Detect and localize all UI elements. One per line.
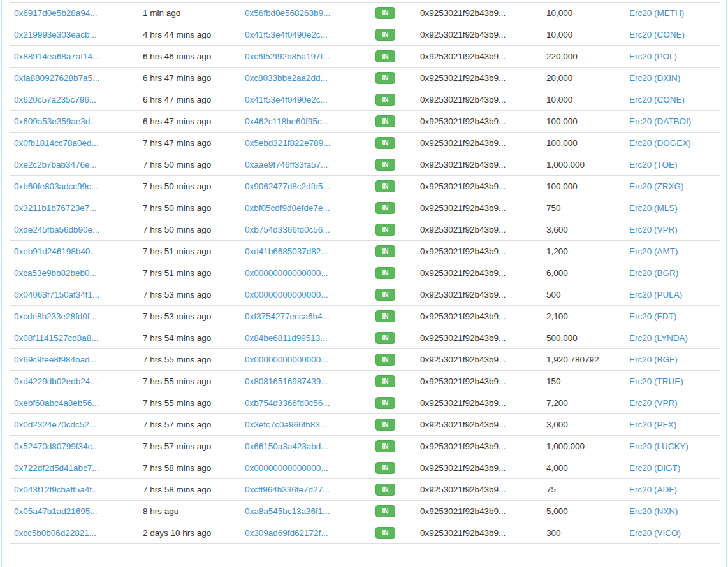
tx-hash-link[interactable]: 0xfa880927628b7a5... (14, 73, 99, 83)
token-link[interactable]: Erc20 (DIGT) (629, 463, 680, 473)
age-text: 7 hrs 50 mins ago (138, 154, 240, 176)
token-link[interactable]: Erc20 (TRUE) (629, 377, 683, 386)
tx-hash-link[interactable]: 0xcde8b233e28fd0f... (14, 312, 97, 321)
value-text: 4,000 (542, 457, 625, 479)
tx-hash-cell: 0xca53e9bb82beb0... (10, 262, 138, 284)
from-address-link[interactable]: 0x9062477d8c2dfb5... (245, 182, 330, 191)
from-address-link[interactable]: 0xc6f52f92b85a197f... (245, 52, 330, 61)
from-address-link[interactable]: 0x00000000000000... (245, 268, 328, 278)
from-address-link[interactable]: 0x5ebd321f822e789... (245, 138, 330, 148)
token-link[interactable]: Erc20 (DXIN) (629, 73, 680, 83)
from-address-link[interactable]: 0x3efc7c0a966fb83... (245, 420, 327, 429)
from-address-link[interactable]: 0x56fbd0e568263b9... (245, 8, 330, 18)
from-address-link[interactable]: 0x462c118be60f95c... (245, 117, 329, 126)
token-link[interactable]: Erc20 (METH) (629, 8, 684, 18)
from-address-cell: 0xf3754277ecca6b4... (240, 306, 367, 327)
from-address-link[interactable]: 0x00000000000000... (245, 290, 328, 299)
tx-hash-link[interactable]: 0xcc5b0b06d22821... (14, 528, 96, 538)
tx-hash-cell: 0x620c57a235c796... (10, 89, 138, 111)
token-link[interactable]: Erc20 (NXN) (629, 506, 678, 516)
tx-hash-link[interactable]: 0xd4229db02edb24... (14, 377, 98, 386)
tx-hash-link[interactable]: 0x52470d80799f34c... (14, 441, 99, 451)
token-link[interactable]: Erc20 (VPR) (629, 398, 678, 408)
tx-hash-link[interactable]: 0xca53e9bb82beb0... (14, 268, 97, 278)
token-link[interactable]: Erc20 (LUCKY) (629, 441, 688, 451)
tx-hash-link[interactable]: 0x04063f7150af34f1... (14, 290, 99, 299)
tx-hash-link[interactable]: 0xe2c2b7bab3476e... (14, 160, 97, 169)
token-link[interactable]: Erc20 (VICO) (629, 528, 681, 538)
direction-cell: IN (367, 111, 416, 133)
tx-hash-link[interactable]: 0xb60fe803adcc99c... (14, 182, 98, 191)
table-row: 0x69c9fee8f984bad... 7 hrs 55 mins ago 0… (10, 349, 720, 371)
from-address-link[interactable]: 0x80816516987439... (245, 377, 328, 386)
tx-hash-link[interactable]: 0xde245fba56db90e... (14, 225, 99, 234)
token-link[interactable]: Erc20 (AMT) (629, 247, 678, 256)
token-link[interactable]: Erc20 (VPR) (629, 225, 678, 234)
token-cell: Erc20 (DXIN) (625, 68, 720, 89)
direction-cell: IN (367, 241, 416, 262)
from-address-link[interactable]: 0xcff964b336fe7d27... (245, 485, 330, 494)
token-link[interactable]: Erc20 (DOGEX) (629, 138, 691, 148)
tx-hash-link[interactable]: 0x219993e303eacb... (14, 30, 97, 39)
token-link[interactable]: Erc20 (PFX) (629, 420, 676, 429)
tx-hash-link[interactable]: 0xeb91d246198b40... (14, 247, 98, 256)
from-address-link[interactable]: 0x84be6811d99513... (245, 333, 328, 343)
token-link[interactable]: Erc20 (CONE) (629, 30, 685, 39)
value-text: 300 (542, 522, 625, 544)
from-address-link[interactable]: 0x00000000000000... (245, 355, 328, 364)
direction-in-badge: IN (375, 462, 395, 474)
token-link[interactable]: Erc20 (BGF) (629, 355, 678, 364)
age-text: 7 hrs 50 mins ago (138, 197, 240, 219)
from-address-link[interactable]: 0xf3754277ecca6b4... (245, 312, 330, 321)
tx-hash-link[interactable]: 0x609a53e359ae3d... (14, 117, 98, 126)
token-link[interactable]: Erc20 (ADF) (629, 485, 677, 494)
table-row: 0x05a47b1ad21695... 8 hrs ago 0xa8a545bc… (10, 501, 720, 522)
from-address-link[interactable]: 0xbf05cdf9d0efde7e... (245, 203, 330, 213)
from-address-link[interactable]: 0x00000000000000... (245, 463, 328, 473)
value-text: 10,000 (542, 89, 625, 111)
token-link[interactable]: Erc20 (TOE) (629, 160, 678, 169)
to-address-text: 0x9253021f92b43b9... (416, 414, 542, 436)
tx-hash-link[interactable]: 0x6917d0e5b28a94... (14, 8, 98, 18)
tx-hash-link[interactable]: 0x08f1141527cd8a8... (14, 333, 99, 343)
tx-hash-link[interactable]: 0x88914ea68a7af14... (14, 52, 99, 61)
tx-hash-link[interactable]: 0xebf60abc4a8eb56... (14, 398, 99, 408)
tx-hash-link[interactable]: 0x043f12f9cbaff5a4f... (14, 485, 99, 494)
value-text: 100,000 (542, 133, 625, 154)
from-address-link[interactable]: 0xc8033bbe2aa2dd... (245, 73, 328, 83)
from-address-link[interactable]: 0x66150a3a423abd... (245, 441, 328, 451)
tx-hash-cell: 0xebf60abc4a8eb56... (10, 392, 138, 414)
from-address-link[interactable]: 0xaae9f746ff33fa57... (245, 160, 328, 169)
token-link[interactable]: Erc20 (ZRXG) (629, 182, 684, 191)
token-link[interactable]: Erc20 (MLS) (629, 203, 678, 213)
token-link[interactable]: Erc20 (LYNDA) (629, 333, 688, 343)
token-link[interactable]: Erc20 (DATBOI) (629, 117, 691, 126)
token-link[interactable]: Erc20 (POL) (629, 52, 677, 61)
direction-in-badge: IN (375, 354, 395, 366)
token-cell: Erc20 (METH) (625, 3, 720, 24)
from-address-link[interactable]: 0x41f53e4f0490e2c... (245, 30, 328, 39)
direction-cell: IN (367, 133, 416, 154)
from-address-link[interactable]: 0x309ad69fd62172f... (245, 528, 328, 538)
from-address-link[interactable]: 0xa8a545bc13a36f1... (245, 506, 330, 516)
table-row: 0xb60fe803adcc99c... 7 hrs 50 mins ago 0… (10, 176, 720, 197)
tx-hash-link[interactable]: 0x3211b1b76723e7... (14, 203, 97, 213)
token-link[interactable]: Erc20 (BGR) (629, 268, 678, 278)
direction-in-badge: IN (375, 137, 395, 149)
tx-hash-link[interactable]: 0x722df2d5d41abc7... (14, 463, 99, 473)
to-address-text: 0x9253021f92b43b9... (416, 68, 542, 89)
token-link[interactable]: Erc20 (FDT) (629, 312, 676, 321)
from-address-link[interactable]: 0x41f53e4f0490e2c... (245, 95, 328, 104)
from-address-link[interactable]: 0xb754d3366fd0c56... (245, 225, 330, 234)
age-text: 6 hrs 46 mins ago (138, 46, 240, 68)
tx-hash-link[interactable]: 0x69c9fee8f984bad... (14, 355, 97, 364)
from-address-link[interactable]: 0xb754d3366fd0c56... (245, 398, 330, 408)
token-link[interactable]: Erc20 (CONE) (629, 95, 685, 104)
tx-hash-link[interactable]: 0x0d2324e70cdc52... (14, 420, 96, 429)
tx-hash-link[interactable]: 0x0fb1814cc78a0ed... (14, 138, 99, 148)
token-cell: Erc20 (NXN) (625, 501, 720, 522)
tx-hash-link[interactable]: 0x05a47b1ad21695... (14, 506, 98, 516)
tx-hash-link[interactable]: 0x620c57a235c796... (14, 95, 96, 104)
token-link[interactable]: Erc20 (PULA) (629, 290, 682, 299)
from-address-link[interactable]: 0xd41b6685037d82... (245, 247, 328, 256)
